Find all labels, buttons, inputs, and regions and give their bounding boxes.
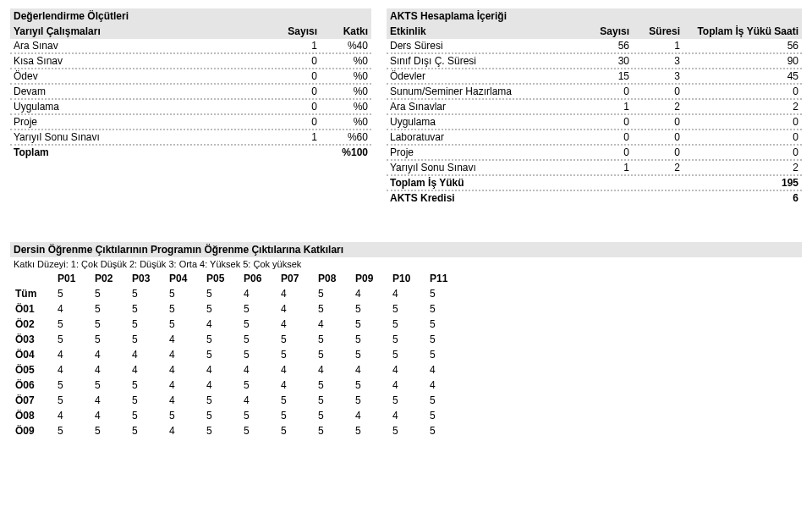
matrix-cell: 5 bbox=[425, 393, 462, 408]
matrix-cell: 5 bbox=[201, 332, 239, 347]
matrix-cell: 4 bbox=[276, 317, 313, 332]
matrix-cell: 5 bbox=[52, 317, 90, 332]
matrix-cell: 5 bbox=[52, 332, 90, 347]
matrix-cell: 5 bbox=[350, 301, 387, 317]
matrix-cell: 5 bbox=[387, 332, 425, 347]
evaluation-row: Kısa Sınav0%0 bbox=[10, 54, 371, 69]
matrix-title: Dersin Öğrenme Çıktılarının Programın Öğ… bbox=[10, 242, 802, 257]
matrix-cell: 4 bbox=[239, 393, 276, 408]
matrix-cell: 5 bbox=[52, 286, 90, 301]
matrix-cell: 5 bbox=[239, 377, 276, 393]
matrix-cell: 5 bbox=[387, 301, 425, 317]
matrix-cell: 5 bbox=[313, 423, 350, 438]
matrix-cell: 5 bbox=[313, 408, 350, 423]
matrix-cell: 5 bbox=[350, 393, 387, 408]
matrix-note: Katkı Düzeyi: 1: Çok Düşük 2: Düşük 3: O… bbox=[10, 257, 802, 271]
akts-row: Ders Süresi56156 bbox=[387, 39, 802, 54]
evaluation-row: Ara Sınav1%40 bbox=[10, 39, 371, 54]
akts-total-workload-row: Toplam İş Yükü 195 bbox=[387, 176, 802, 191]
matrix-cell: 5 bbox=[90, 301, 127, 317]
matrix-row-label: Ö06 bbox=[10, 377, 52, 393]
evaluation-row-contrib: %60 bbox=[317, 131, 368, 143]
matrix-row: Ö0544444444444 bbox=[10, 362, 462, 377]
matrix-col-header: P02 bbox=[90, 271, 127, 286]
akts-header-row: Etkinlik Sayısı Süresi Toplam İş Yükü Sa… bbox=[387, 24, 802, 39]
matrix-cell: 4 bbox=[350, 362, 387, 377]
matrix-cell: 4 bbox=[90, 362, 127, 377]
akts-row-duration: 0 bbox=[629, 146, 680, 158]
matrix-cell: 4 bbox=[276, 286, 313, 301]
matrix-cell: 4 bbox=[387, 286, 425, 301]
akts-row-label: Yarıyıl Sonu Sınavı bbox=[390, 162, 579, 174]
matrix-cell: 4 bbox=[276, 377, 313, 393]
matrix-row-label: Ö04 bbox=[10, 347, 52, 362]
matrix-cell: 5 bbox=[201, 408, 239, 423]
outcome-matrix-panel: Dersin Öğrenme Çıktılarının Programın Öğ… bbox=[10, 242, 802, 438]
evaluation-row-label: Proje bbox=[14, 116, 266, 128]
evaluation-row-contrib: %0 bbox=[317, 70, 368, 82]
matrix-cell: 5 bbox=[164, 301, 201, 317]
akts-row: Laboratuvar000 bbox=[387, 130, 802, 146]
matrix-cell: 5 bbox=[239, 317, 276, 332]
matrix-cell: 5 bbox=[313, 332, 350, 347]
matrix-cell: 5 bbox=[350, 423, 387, 438]
evaluation-row: Devam0%0 bbox=[10, 85, 371, 100]
matrix-cell: 5 bbox=[164, 408, 201, 423]
matrix-cell: 5 bbox=[276, 347, 313, 362]
matrix-cell: 5 bbox=[90, 317, 127, 332]
matrix-cell: 5 bbox=[425, 423, 462, 438]
akts-row-count: 15 bbox=[579, 70, 629, 82]
matrix-cell: 5 bbox=[90, 286, 127, 301]
evaluation-row-count: 1 bbox=[266, 40, 317, 52]
akts-rows: Ders Süresi56156Sınıf Dışı Ç. Süresi3039… bbox=[387, 39, 802, 176]
matrix-cell: 5 bbox=[201, 393, 239, 408]
akts-credit-row: AKTS Kredisi 6 bbox=[387, 191, 802, 205]
matrix-cell: 5 bbox=[350, 317, 387, 332]
matrix-cell: 4 bbox=[164, 332, 201, 347]
matrix-cell: 4 bbox=[387, 377, 425, 393]
matrix-cell: 5 bbox=[90, 377, 127, 393]
matrix-cell: 5 bbox=[425, 286, 462, 301]
evaluation-row: Ödev0%0 bbox=[10, 69, 371, 85]
matrix-cell: 4 bbox=[276, 362, 313, 377]
evaluation-row: Uygulama0%0 bbox=[10, 100, 371, 115]
matrix-cell: 4 bbox=[387, 408, 425, 423]
evaluation-header-row: Yarıyıl Çalışmaları Sayısı Katkı bbox=[10, 24, 371, 39]
akts-row-duration: 3 bbox=[629, 70, 680, 82]
matrix-cell: 5 bbox=[127, 332, 164, 347]
evaluation-row-contrib: %0 bbox=[317, 116, 368, 128]
matrix-cell: 4 bbox=[127, 347, 164, 362]
akts-row-duration: 1 bbox=[629, 40, 680, 52]
matrix-cell: 5 bbox=[276, 332, 313, 347]
evaluation-criteria-panel: Değerlendirme Ölçütleri Yarıyıl Çalışmal… bbox=[10, 8, 371, 205]
matrix-cell: 5 bbox=[90, 332, 127, 347]
akts-row-total: 2 bbox=[680, 101, 798, 113]
matrix-cell: 5 bbox=[127, 393, 164, 408]
matrix-cell: 5 bbox=[239, 408, 276, 423]
matrix-cell: 4 bbox=[201, 377, 239, 393]
matrix-cell: 5 bbox=[425, 317, 462, 332]
matrix-corner-cell bbox=[10, 271, 52, 286]
akts-row: Yarıyıl Sonu Sınavı122 bbox=[387, 161, 802, 176]
matrix-cell: 4 bbox=[127, 362, 164, 377]
matrix-cell: 4 bbox=[164, 423, 201, 438]
matrix-cell: 5 bbox=[276, 423, 313, 438]
evaluation-row-count: 0 bbox=[266, 55, 317, 67]
evaluation-row-contrib: %0 bbox=[317, 85, 368, 97]
evaluation-total-row: Toplam %100 bbox=[10, 146, 371, 159]
matrix-cell: 4 bbox=[52, 301, 90, 317]
evaluation-total-value: %100 bbox=[317, 146, 368, 158]
matrix-cell: 5 bbox=[239, 332, 276, 347]
matrix-cell: 4 bbox=[313, 362, 350, 377]
akts-row-duration: 2 bbox=[629, 101, 680, 113]
matrix-cell: 5 bbox=[201, 423, 239, 438]
matrix-cell: 5 bbox=[164, 317, 201, 332]
akts-row-label: Ödevler bbox=[390, 70, 579, 82]
akts-credit-value: 6 bbox=[680, 192, 798, 204]
akts-row-total: 90 bbox=[680, 55, 798, 67]
matrix-cell: 5 bbox=[201, 347, 239, 362]
akts-title-text: AKTS Hesaplama İçeriği bbox=[390, 10, 798, 22]
matrix-cell: 5 bbox=[350, 347, 387, 362]
top-tables: Değerlendirme Ölçütleri Yarıyıl Çalışmal… bbox=[10, 8, 802, 205]
matrix-cell: 5 bbox=[127, 286, 164, 301]
